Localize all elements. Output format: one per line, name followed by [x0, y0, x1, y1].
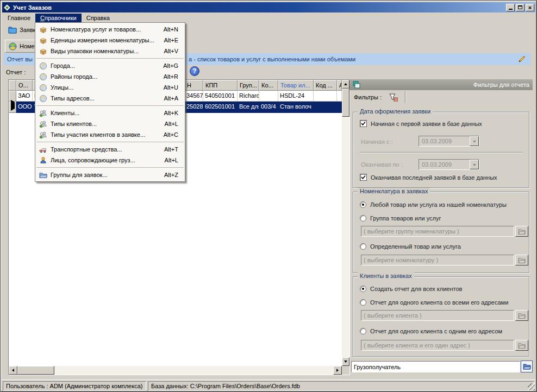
cell[interactable]: 540501001 [203, 91, 238, 102]
browse-group-button[interactable] [515, 226, 528, 237]
cell[interactable] [314, 102, 337, 113]
radio-selected-icon[interactable] [360, 201, 366, 208]
hscroll-thumb[interactable] [17, 366, 54, 375]
radio-one-client-all-addresses[interactable]: Отчет для одного клиента со всеми его ад… [360, 299, 508, 306]
grid-header-code2[interactable]: Код ... [314, 80, 337, 91]
menubar: Главное Справочники Справка [3, 13, 535, 23]
package-icon [38, 47, 48, 55]
menu-item-cargo-escorts[interactable]: Лица, сопровождающие груз... Alt+L [35, 155, 185, 166]
grid-indicator-header [9, 80, 16, 91]
cell[interactable] [259, 91, 278, 102]
menu-item-vehicles[interactable]: Транспортные средства... Alt+T [35, 144, 185, 155]
scroll-left-button[interactable] [9, 366, 17, 375]
date-to-value: 03.03.2009 [422, 161, 452, 168]
menubar-item-help[interactable]: Справка [82, 14, 115, 23]
menu-item-client-types[interactable]: Типы клиентов... Alt+L [35, 118, 185, 129]
close-button[interactable]: × [526, 4, 534, 11]
maximize-button[interactable] [516, 4, 524, 11]
menubar-item-directories[interactable]: Справочники [35, 14, 82, 23]
cell[interactable]: HSDL-24 [278, 91, 314, 102]
cell[interactable]: Richards [238, 91, 259, 102]
group-date: Дата оформления заявки Начиная с первой … [353, 112, 529, 188]
checkbox-last-request-label: Оканчивая последней заявкой в базе данны… [371, 174, 497, 181]
cell[interactable]: 25028 [185, 102, 203, 113]
minimize-button[interactable] [506, 4, 515, 11]
checkbox-first-request-label: Начиная с первой заявки в базе данных [371, 121, 482, 127]
filter-icon[interactable] [388, 92, 399, 103]
menu-separator [36, 142, 184, 142]
radio-icon[interactable] [360, 215, 366, 222]
scroll-down-button[interactable] [342, 357, 349, 366]
cell[interactable]: 003/4 [259, 102, 278, 113]
menu-item-request-groups[interactable]: Группы для заявок... Alt+Z [35, 169, 185, 180]
tab-nomenclature-label: Номе [20, 43, 35, 49]
cell[interactable] [337, 102, 342, 113]
scroll-up-button[interactable] [342, 80, 349, 88]
grid-header-a[interactable]: А [337, 80, 342, 91]
maximize-icon [518, 5, 522, 9]
nomenclature-group-input: ( выберите группу номенклатуры ) [361, 226, 514, 237]
grid-header-col1[interactable]: О... [16, 80, 33, 91]
menu-item-streets[interactable]: Улицы... Alt+U [35, 82, 185, 93]
cell[interactable]: 34567 [185, 91, 203, 102]
checkbox-checked-icon[interactable] [360, 120, 367, 127]
cell[interactable]: 602501001 [203, 102, 238, 113]
grid-header-product[interactable]: Товар ил... [278, 80, 314, 91]
radio-specific-item[interactable]: Определенный товар или услуга [360, 243, 461, 250]
consignee-input[interactable] [351, 361, 520, 372]
pencil-icon[interactable] [517, 55, 526, 64]
resize-grip[interactable] [528, 383, 535, 390]
globe-icon [38, 62, 48, 70]
radio-icon[interactable] [360, 243, 366, 250]
radio-icon[interactable] [360, 328, 366, 334]
grid-header-group[interactable]: Груп... [238, 80, 259, 91]
radio-one-client-one-address[interactable]: Отчет для одного клиента с одним его адр… [360, 328, 502, 334]
cell[interactable]: Стан волоч [278, 102, 314, 113]
scroll-right-button[interactable] [333, 366, 342, 375]
radio-selected-icon[interactable] [360, 286, 366, 292]
package-icon [38, 26, 48, 34]
checkbox-last-request[interactable]: Оканчивая последней заявкой в базе данны… [360, 174, 497, 181]
vertical-scrollbar[interactable] [342, 80, 349, 366]
menu-item-packaging[interactable]: Виды упаковки номенклатуры... Alt+V [35, 46, 185, 56]
globe-icon [38, 94, 48, 103]
checkbox-first-request[interactable]: Начиная с первой заявки в базе данных [360, 120, 482, 127]
radio-specific-item-label: Определенный товар или услуга [370, 243, 461, 250]
panel-windows-icon [353, 81, 360, 88]
menu-item-client-participation-types[interactable]: Типы участия клиентов в заявке... Alt+C [35, 129, 185, 140]
consignee-browse-button[interactable] [521, 361, 533, 372]
cell[interactable] [337, 91, 342, 102]
menu-item-cities[interactable]: Города... Alt+G [35, 60, 185, 71]
date-from-combo: 03.03.2009 [419, 136, 479, 147]
grid-header-kpp[interactable]: КПП [203, 80, 238, 91]
tab-requests[interactable]: Заявк [5, 25, 39, 35]
sphere-icon [9, 42, 17, 50]
radio-item-group[interactable]: Группа товаров или услуг [360, 215, 441, 222]
grid-header-code[interactable]: Ко... [259, 80, 278, 91]
browse-item-button[interactable] [515, 255, 528, 265]
cell[interactable]: ЗАО [16, 91, 33, 102]
checkbox-checked-icon[interactable] [360, 174, 367, 181]
arrow-left-icon [10, 369, 14, 372]
menu-item-address-types[interactable]: Типы адресов... Alt+A [35, 93, 185, 104]
menu-item-nomenclature[interactable]: Номенклатура услуг и товаров... Alt+N [35, 24, 185, 35]
menubar-item-main[interactable]: Главное [3, 14, 35, 23]
menu-item-city-districts[interactable]: Районы города... Alt+R [35, 71, 185, 82]
help-icon[interactable]: ? [190, 66, 199, 76]
date-from-value: 03.03.2009 [422, 138, 452, 144]
cell[interactable]: Все для [238, 102, 259, 113]
globe-icon [38, 84, 48, 92]
browse-client-button[interactable] [515, 310, 528, 321]
radio-icon[interactable] [360, 299, 366, 306]
menu-item-units[interactable]: Еденицы измерения номенклатуры... Alt+E [35, 35, 185, 46]
nomenclature-item-input: ( выберите номенклатуру ) [361, 255, 514, 265]
browse-client-address-button[interactable] [515, 340, 528, 351]
radio-all-clients[interactable]: Создать отчет для всех клиентов [360, 286, 462, 292]
menu-item-clients[interactable]: Клиенты... Alt+K [35, 108, 185, 118]
cell[interactable]: ООО [16, 102, 33, 113]
vscroll-thumb[interactable] [342, 88, 349, 117]
cell[interactable] [314, 91, 337, 102]
radio-any-item[interactable]: Любой товар или услуга из нашей номенкла… [360, 201, 507, 208]
grid-header-inn[interactable]: Н [185, 80, 203, 91]
horizontal-scrollbar[interactable] [9, 366, 342, 375]
